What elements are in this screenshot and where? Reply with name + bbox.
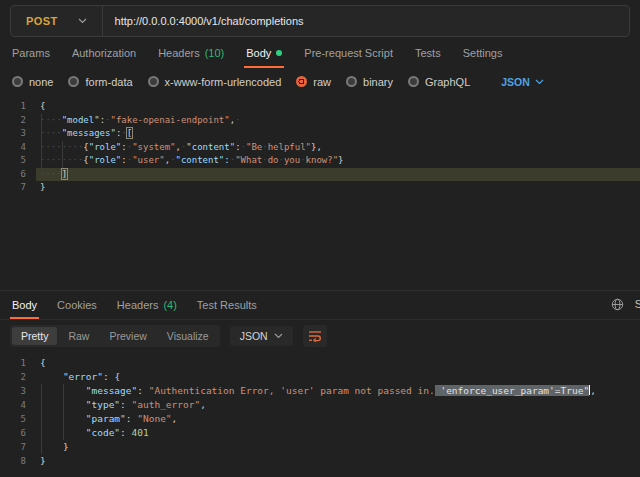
line-number: 1 xyxy=(0,100,36,114)
token-str: "What xyxy=(235,155,262,165)
language-label: JSON xyxy=(240,330,268,342)
tab-tests[interactable]: Tests xyxy=(415,37,441,68)
code-line[interactable]: 6····] xyxy=(0,168,640,182)
token-key: "model" xyxy=(62,115,100,125)
token-str: "Be xyxy=(246,142,262,152)
code-line[interactable]: 3 "message": "Authentication Error, 'use… xyxy=(0,384,640,398)
code-line[interactable]: 4········{"role":·"system",·"content":·"… xyxy=(0,141,640,155)
view-visualize[interactable]: Visualize xyxy=(158,327,218,345)
radio-label: GraphQL xyxy=(425,76,470,88)
tab-label: Params xyxy=(12,47,50,59)
code-line[interactable]: 7} xyxy=(0,181,640,195)
code-line[interactable]: 2 "error": { xyxy=(0,370,640,384)
token-key: "param" xyxy=(86,413,126,424)
indent-guide xyxy=(41,384,42,454)
code-line[interactable]: 5 "param": "None", xyxy=(0,412,640,426)
radio-binary[interactable]: binary xyxy=(346,76,393,88)
token-punct: } xyxy=(40,182,45,192)
response-view-controls: Pretty Raw Preview Visualize JSON xyxy=(0,320,640,352)
line-number: 4 xyxy=(0,141,36,155)
line-number: 4 xyxy=(0,398,36,412)
language-label: JSON xyxy=(501,76,530,88)
tab-pre-request-script[interactable]: Pre-request Script xyxy=(304,37,393,68)
chevron-down-icon xyxy=(274,333,283,339)
view-raw[interactable]: Raw xyxy=(59,327,98,345)
code-text: ····] xyxy=(36,168,640,182)
tab-headers[interactable]: Headers(10) xyxy=(158,37,224,68)
tab-response-body[interactable]: Body xyxy=(12,291,37,319)
token-str: "Authentication Error, 'user' param not … xyxy=(149,385,435,396)
wrap-text-button[interactable] xyxy=(303,325,327,347)
line-number: 7 xyxy=(0,440,36,454)
token-sel: 'enforce_user_param'=True" xyxy=(435,385,589,396)
token-punct: } xyxy=(63,441,69,452)
token-punct: : xyxy=(120,427,131,438)
token-punct: } xyxy=(338,155,343,165)
modified-dot-icon xyxy=(276,50,282,56)
radio-form-data[interactable]: form-data xyxy=(68,76,132,88)
tab-params[interactable]: Params xyxy=(12,37,50,68)
tab-settings[interactable]: Settings xyxy=(463,37,503,68)
raw-language-dropdown[interactable]: JSON xyxy=(501,76,544,88)
code-line[interactable]: 6 "code": 401 xyxy=(0,426,640,440)
token-punct: , xyxy=(172,413,178,424)
radio-none[interactable]: none xyxy=(12,76,53,88)
code-line[interactable]: 1{ xyxy=(0,356,640,370)
request-url-bar: POST http://0.0.0.0:4000/v1/chat/complet… xyxy=(10,5,630,37)
code-line[interactable]: 3····"messages":·[ xyxy=(0,127,640,141)
token-ws: ···· xyxy=(40,169,62,179)
chevron-down-icon xyxy=(535,79,544,85)
tab-label: Settings xyxy=(463,47,503,59)
response-tabs: Body Cookies Headers(4) Test Results S xyxy=(0,291,640,320)
line-number: 5 xyxy=(0,154,36,168)
token-ws xyxy=(40,371,63,382)
request-body-editor[interactable]: 1{2····"model":·"fake-openai-endpoint",·… xyxy=(0,95,640,291)
code-line[interactable]: 4 "type": "auth_error", xyxy=(0,398,640,412)
radio-graphql[interactable]: GraphQL xyxy=(408,76,470,88)
radio-icon xyxy=(148,76,159,87)
radio-label: binary xyxy=(363,76,393,88)
token-punct: , xyxy=(590,385,596,396)
code-line[interactable]: 1{ xyxy=(0,100,640,114)
postman-window: POST http://0.0.0.0:4000/v1/chat/complet… xyxy=(0,0,640,477)
token-str: "user" xyxy=(132,155,165,165)
radio-x-www-form-urlencoded[interactable]: x-www-form-urlencoded xyxy=(148,76,282,88)
radio-icon xyxy=(68,76,79,87)
line-number: 6 xyxy=(0,168,36,182)
code-line[interactable]: 7 } xyxy=(0,440,640,454)
line-number: 3 xyxy=(0,127,36,141)
url-input[interactable]: http://0.0.0.0:4000/v1/chat/completions xyxy=(103,15,316,27)
token-key: "role" xyxy=(89,142,122,152)
token-key: "error" xyxy=(63,371,103,382)
method-dropdown[interactable]: POST xyxy=(11,6,102,36)
line-number: 3 xyxy=(0,384,36,398)
radio-raw[interactable]: raw xyxy=(296,76,331,88)
token-punct: { xyxy=(40,101,45,111)
code-line[interactable]: 8} xyxy=(0,454,640,468)
tab-response-headers[interactable]: Headers(4) xyxy=(117,291,177,319)
headers-count: (4) xyxy=(163,299,176,311)
tab-label: Headers xyxy=(117,299,159,311)
token-ws xyxy=(40,441,63,452)
tab-authorization[interactable]: Authorization xyxy=(72,37,136,68)
token-str: you xyxy=(284,155,300,165)
radio-icon xyxy=(346,76,357,87)
token-str: know?" xyxy=(306,155,339,165)
tab-test-results[interactable]: Test Results xyxy=(197,291,257,319)
response-body-viewer[interactable]: 1{2 "error": {3 "message": "Authenticati… xyxy=(0,352,640,477)
radio-label: none xyxy=(29,76,53,88)
tab-label: Authorization xyxy=(72,47,136,59)
token-punct: : xyxy=(137,385,148,396)
save-response-clipped[interactable]: S xyxy=(635,298,640,310)
response-language-dropdown[interactable]: JSON xyxy=(230,326,293,346)
view-preview[interactable]: Preview xyxy=(100,327,155,345)
view-pretty[interactable]: Pretty xyxy=(12,327,57,345)
tab-cookies[interactable]: Cookies xyxy=(57,291,97,319)
code-line[interactable]: 5········{"role":·"user",·"content":·"Wh… xyxy=(0,154,640,168)
globe-icon[interactable] xyxy=(611,298,624,311)
code-line[interactable]: 2····"model":·"fake-openai-endpoint",· xyxy=(0,114,640,128)
line-number: 6 xyxy=(0,426,36,440)
token-punct: }, xyxy=(311,142,322,152)
tab-body[interactable]: Body xyxy=(246,37,282,68)
radio-icon xyxy=(408,76,419,87)
